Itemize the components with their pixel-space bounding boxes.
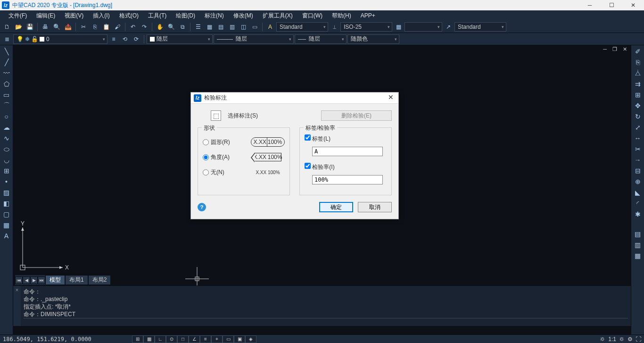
menu-tools[interactable]: 工具(T)	[143, 10, 171, 21]
undo-icon[interactable]: ↶	[128, 22, 138, 32]
xline-icon[interactable]: ╱	[1, 57, 12, 67]
annoscale-icon[interactable]: ⛭	[600, 336, 605, 343]
shape-angle-radio[interactable]: 角度(A)	[203, 153, 230, 161]
tool3-icon[interactable]: ▥	[227, 22, 237, 32]
new-icon[interactable]: 🗋	[2, 22, 12, 32]
extend-icon[interactable]: →	[633, 155, 643, 165]
menu-app[interactable]: APP+	[356, 11, 380, 20]
layeriso-icon[interactable]: ≡	[108, 34, 119, 44]
palette2-icon[interactable]: ▥	[633, 240, 643, 250]
rectangle-icon[interactable]: ▭	[1, 90, 12, 100]
open-icon[interactable]: 📂	[13, 22, 24, 32]
dim-style-combo[interactable]: ISO-25	[340, 22, 392, 32]
arc-icon[interactable]: ⌒	[1, 100, 12, 111]
menu-edit[interactable]: 编辑(E)	[32, 10, 60, 21]
doc-close-icon[interactable]: ✕	[621, 46, 629, 52]
gradient-icon[interactable]: ◧	[1, 198, 12, 209]
menu-help[interactable]: 帮助(H)	[327, 10, 356, 21]
doc-minimize-icon[interactable]: ─	[601, 46, 609, 52]
layermatch-icon[interactable]: ⟳	[131, 34, 141, 44]
copy2-icon[interactable]: ⎘	[633, 57, 643, 67]
polygon-icon[interactable]: ⬠	[1, 79, 12, 89]
close-button[interactable]: ✕	[622, 0, 644, 10]
maximize-button[interactable]: ☐	[601, 0, 622, 10]
ws-icon[interactable]: ⚙	[627, 336, 633, 343]
scale-icon[interactable]: ⤢	[633, 122, 643, 133]
shape-round-radio[interactable]: 圆形(R)	[203, 138, 230, 146]
layerprev-icon[interactable]: ⟲	[120, 34, 130, 44]
annovis-icon[interactable]: ⛭	[619, 336, 625, 343]
menu-file[interactable]: 文件(F)	[4, 10, 32, 21]
lwt-toggle[interactable]: ≡	[200, 335, 211, 343]
table-icon[interactable]: ▦	[1, 220, 12, 230]
block-icon[interactable]: ⊞	[1, 166, 12, 176]
menu-dimension[interactable]: 标注(N)	[200, 10, 229, 21]
mleaderstyle-icon[interactable]: ↗	[443, 22, 454, 32]
command-history[interactable]: 命令： 命令：._pasteclip 指定插入点: *取消* 命令：DIMINS…	[21, 286, 631, 326]
menu-view[interactable]: 视图(V)	[60, 10, 88, 21]
move-icon[interactable]: ✥	[633, 100, 643, 111]
rate-checkbox[interactable]: 检验率(I)	[305, 163, 335, 171]
polar-toggle[interactable]: ⊙	[166, 335, 177, 343]
preview-icon[interactable]: 🔍	[51, 22, 62, 32]
shape-none-radio[interactable]: 无(N)	[203, 168, 224, 176]
tablestyle-icon[interactable]: ▦	[393, 22, 404, 32]
lineweight-combo[interactable]: ──随层	[295, 34, 347, 44]
tab-model[interactable]: 模型	[45, 275, 65, 285]
mleader-style-combo[interactable]: Standard	[454, 22, 506, 32]
menu-window[interactable]: 窗口(W)	[297, 10, 327, 21]
command-input[interactable]	[24, 318, 628, 326]
otrack-toggle[interactable]: ∠	[189, 335, 200, 343]
cycle-toggle[interactable]: ▣	[234, 335, 245, 343]
break-icon[interactable]: ⊟	[633, 166, 643, 176]
array-icon[interactable]: ⊞	[633, 90, 643, 100]
mirror-icon[interactable]: ⧊	[633, 68, 643, 78]
rotate-icon[interactable]: ↻	[633, 111, 643, 122]
layermgr-icon[interactable]: ≣	[2, 34, 12, 44]
grid-toggle[interactable]: ▦	[143, 335, 155, 343]
cut-icon[interactable]: ✂	[78, 22, 89, 32]
label-checkbox[interactable]: 标签(L)	[305, 134, 330, 143]
dimstyle-icon[interactable]: ⟂	[329, 22, 339, 32]
palette3-icon[interactable]: ▦	[633, 251, 643, 261]
hatch-icon[interactable]: ▨	[1, 187, 12, 198]
menu-express[interactable]: 扩展工具(X)	[258, 10, 297, 21]
model-toggle[interactable]: ▭	[223, 335, 234, 343]
offset-icon[interactable]: ⇉	[633, 79, 643, 89]
select-dims-icon[interactable]: ⬚	[211, 110, 221, 121]
table-style-combo[interactable]	[405, 22, 442, 32]
chamfer-icon[interactable]: ◣	[633, 187, 643, 198]
rate-input[interactable]	[312, 175, 383, 184]
scale-label[interactable]: 1:1	[608, 336, 616, 343]
tab-prev-icon[interactable]: ◀	[23, 276, 30, 284]
spline-icon[interactable]: ∿	[1, 133, 12, 143]
ortho-toggle[interactable]: ∟	[155, 335, 166, 343]
anno-toggle[interactable]: ◈	[245, 335, 256, 343]
explode-icon[interactable]: ✱	[633, 209, 643, 219]
zoomwin-icon[interactable]: ⧉	[177, 22, 188, 32]
ellipsearc-icon[interactable]: ◡	[1, 155, 12, 165]
point-icon[interactable]: •	[1, 176, 12, 187]
help-icon[interactable]: ?	[198, 203, 206, 211]
minimize-button[interactable]: ─	[579, 0, 601, 10]
menu-draw[interactable]: 绘图(D)	[171, 10, 200, 21]
plotstyle-combo[interactable]: 随颜色	[347, 34, 399, 44]
textstyle-icon[interactable]: A	[265, 22, 275, 32]
cmd-close-icon[interactable]: ×	[15, 287, 18, 293]
revcloud-icon[interactable]: ☁	[1, 122, 12, 133]
props-icon[interactable]: ☰	[193, 22, 203, 32]
tab-last-icon[interactable]: ⏭	[38, 276, 45, 284]
trim-icon[interactable]: ✂	[633, 144, 643, 154]
circle-icon[interactable]: ○	[1, 111, 12, 122]
tab-layout2[interactable]: 布局2	[88, 275, 111, 285]
ellipse-icon[interactable]: ⬭	[1, 144, 12, 154]
join-icon[interactable]: ⊕	[633, 176, 643, 187]
menu-format[interactable]: 格式(O)	[115, 10, 143, 21]
print-icon[interactable]: 🖶	[40, 22, 50, 32]
fillet-icon[interactable]: ◜	[633, 198, 643, 209]
fullscreen-icon[interactable]: ⛶	[636, 336, 641, 343]
snap-toggle[interactable]: ⊞	[132, 335, 143, 343]
save-icon[interactable]: 💾	[25, 22, 35, 32]
pline-icon[interactable]: 〰	[1, 68, 12, 78]
tab-layout1[interactable]: 布局1	[65, 275, 88, 285]
